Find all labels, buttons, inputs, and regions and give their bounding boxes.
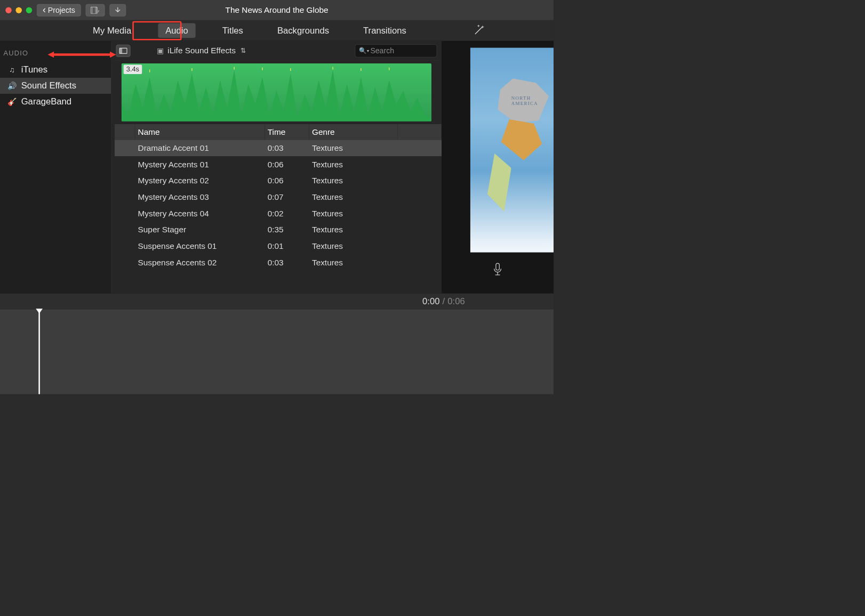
cell-name: Mystery Accents 04	[135, 209, 265, 218]
tab-audio[interactable]: Audio	[158, 23, 196, 38]
map-label-north-america: NORTH AMERICA	[511, 95, 554, 106]
table-header[interactable]: Name Time Genre	[115, 124, 442, 140]
sidebar-panel-icon	[119, 47, 127, 54]
cell-genre: Textures	[309, 176, 398, 185]
sidebar-item-label: iTunes	[21, 64, 47, 75]
cell-genre: Textures	[309, 258, 398, 268]
cell-time: 0:07	[265, 192, 309, 202]
table-row[interactable]: Super Stager0:35Textures	[115, 222, 442, 238]
import-button[interactable]	[109, 4, 126, 16]
table-row[interactable]: Suspense Accents 010:01Textures	[115, 238, 442, 255]
close-window-button[interactable]	[5, 7, 12, 13]
browser-tabbar: My Media Audio Titles Backgrounds Transi…	[0, 20, 554, 40]
minimize-window-button[interactable]	[15, 7, 22, 13]
content-area: AUDIO ♫ iTunes 🔊 Sound Effects 🎸 GarageB…	[0, 41, 554, 294]
current-time: 0:00	[422, 296, 439, 307]
sidebar-item-itunes[interactable]: ♫ iTunes	[0, 62, 111, 78]
window-controls	[5, 7, 32, 13]
cell-time: 0:02	[265, 209, 309, 218]
table-row[interactable]: Mystery Accents 030:07Textures	[115, 189, 442, 206]
library-name: iLife Sound Effects	[167, 46, 236, 55]
cell-name: Suspense Accents 01	[135, 241, 265, 251]
waveform-graphic	[122, 63, 431, 121]
table-row[interactable]: Mystery Accents 010:06Textures	[115, 156, 442, 173]
cell-time: 0:03	[265, 143, 309, 153]
titlebar: Projects ♪ The News Around the Globe	[0, 0, 554, 20]
sidebar-item-garageband[interactable]: 🎸 GarageBand	[0, 94, 111, 110]
map-landmass	[501, 119, 542, 160]
map-landmass	[487, 153, 511, 212]
library-dropdown[interactable]: ▣ iLife Sound Effects ⇅	[157, 46, 245, 55]
col-genre[interactable]: Genre	[309, 124, 398, 140]
svg-rect-18	[496, 263, 499, 270]
browser-toolbar: ▣ iLife Sound Effects ⇅ 🔍 ▾	[111, 41, 442, 61]
cell-genre: Textures	[309, 143, 398, 153]
audio-table: Name Time Genre Dramatic Accent 010:03Te…	[111, 124, 442, 293]
cell-genre: Textures	[309, 241, 398, 251]
toggle-sidebar-button[interactable]	[116, 45, 131, 57]
projects-label: Projects	[48, 6, 75, 15]
waveform-preview[interactable]: 3.4s	[111, 61, 442, 124]
project-title: The News Around the Globe	[226, 5, 329, 15]
music-note-icon: ♫	[7, 66, 17, 75]
table-row[interactable]: Mystery Accents 020:06Textures	[115, 173, 442, 189]
speaker-icon: 🔊	[7, 82, 17, 91]
sidebar-item-label: Sound Effects	[21, 80, 76, 91]
sidebar-item-label: GarageBand	[21, 96, 71, 107]
timeline-playhead[interactable]	[38, 309, 40, 394]
cell-genre: Textures	[309, 209, 398, 218]
svg-line-4	[475, 27, 482, 34]
search-field[interactable]: 🔍 ▾	[355, 44, 437, 57]
download-arrow-icon	[115, 6, 121, 13]
timeline[interactable]	[0, 309, 554, 394]
svg-rect-0	[91, 6, 97, 13]
cell-genre: Textures	[309, 225, 398, 234]
tab-backgrounds[interactable]: Backgrounds	[270, 23, 337, 38]
sidebar-section-title: AUDIO	[0, 49, 111, 62]
sidebar-item-sound-effects[interactable]: 🔊 Sound Effects	[0, 78, 111, 94]
cell-name: Mystery Accents 03	[135, 192, 265, 202]
preview-viewer[interactable]: NORTH AMERICA	[470, 48, 554, 253]
preview-toolbar	[442, 263, 554, 278]
cell-name: Suspense Accents 02	[135, 258, 265, 268]
tab-my-media[interactable]: My Media	[85, 23, 139, 38]
audio-sidebar: AUDIO ♫ iTunes 🔊 Sound Effects 🎸 GarageB…	[0, 41, 111, 294]
cell-name: Mystery Accents 02	[135, 176, 265, 185]
chevron-left-icon	[43, 6, 46, 15]
table-body: Dramatic Accent 010:03TexturesMystery Ac…	[115, 140, 442, 271]
col-time[interactable]: Time	[265, 124, 309, 140]
cell-time: 0:06	[265, 160, 309, 169]
cell-time: 0:35	[265, 225, 309, 234]
playhead-time-display: 0:00 / 0:06	[0, 293, 554, 309]
magic-wand-icon	[473, 23, 485, 36]
waveform-duration-badge: 3.4s	[124, 65, 142, 74]
svg-rect-9	[119, 48, 122, 53]
table-row[interactable]: Mystery Accents 040:02Textures	[115, 205, 442, 222]
projects-back-button[interactable]: Projects	[37, 4, 81, 16]
audio-browser: ▣ iLife Sound Effects ⇅ 🔍 ▾	[111, 41, 442, 294]
enhance-button[interactable]	[473, 23, 485, 37]
table-row[interactable]: Dramatic Accent 010:03Textures	[115, 140, 442, 156]
film-music-icon: ♪	[91, 6, 100, 13]
cell-time: 0:01	[265, 241, 309, 251]
preview-pane: NORTH AMERICA	[442, 41, 554, 294]
cell-time: 0:03	[265, 258, 309, 268]
cell-name: Super Stager	[135, 225, 265, 234]
cell-name: Dramatic Accent 01	[135, 143, 265, 153]
tab-titles[interactable]: Titles	[215, 23, 251, 38]
svg-text:♪: ♪	[98, 9, 100, 13]
voiceover-record-button[interactable]	[493, 263, 503, 278]
folder-icon: ▣	[157, 46, 164, 55]
time-separator: /	[443, 296, 445, 307]
media-library-button[interactable]: ♪	[86, 4, 105, 16]
guitar-icon: 🎸	[7, 98, 17, 107]
total-duration: 0:06	[447, 296, 464, 307]
cell-time: 0:06	[265, 176, 309, 185]
tab-transitions[interactable]: Transitions	[356, 23, 414, 38]
cell-name: Mystery Accents 01	[135, 160, 265, 169]
col-name[interactable]: Name	[135, 124, 265, 140]
chevron-updown-icon: ⇅	[241, 47, 246, 54]
zoom-window-button[interactable]	[26, 7, 33, 13]
microphone-icon	[493, 263, 503, 277]
table-row[interactable]: Suspense Accents 020:03Textures	[115, 254, 442, 271]
